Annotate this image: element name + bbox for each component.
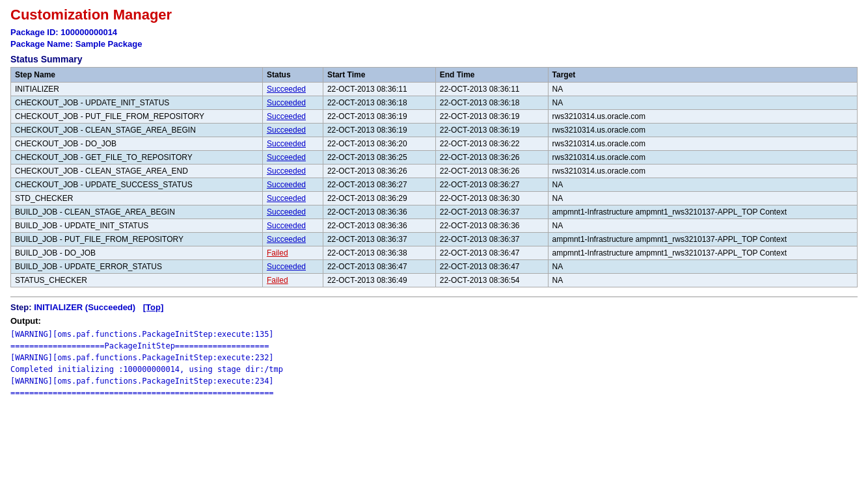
- package-name-label: Package Name:: [10, 39, 73, 49]
- cell-status[interactable]: Succeeded: [262, 83, 323, 96]
- table-row: CHECKOUT_JOB - CLEAN_STAGE_AREA_ENDSucce…: [11, 165, 858, 178]
- table-row: CHECKOUT_JOB - CLEAN_STAGE_AREA_BEGINSuc…: [11, 124, 858, 137]
- cell-status[interactable]: Failed: [262, 246, 323, 260]
- cell-end-time: 22-OCT-2013 08:36:30: [435, 192, 548, 205]
- cell-step-name: INITIALIZER: [11, 83, 263, 96]
- cell-status[interactable]: Succeeded: [262, 219, 323, 233]
- cell-step-name: CHECKOUT_JOB - UPDATE_INIT_STATUS: [11, 96, 263, 110]
- step-label: Step:: [10, 302, 32, 312]
- cell-step-name: CHECKOUT_JOB - CLEAN_STAGE_AREA_END: [11, 165, 263, 178]
- cell-end-time: 22-OCT-2013 08:36:36: [435, 219, 548, 233]
- cell-status[interactable]: Failed: [262, 274, 323, 287]
- cell-step-name: CHECKOUT_JOB - DO_JOB: [11, 137, 263, 151]
- package-id-line: Package ID: 100000000014: [10, 27, 858, 37]
- output-line: [WARNING][oms.paf.functions.PackageInitS…: [10, 352, 858, 363]
- table-row: CHECKOUT_JOB - UPDATE_SUCCESS_STATUSSucc…: [11, 178, 858, 192]
- cell-end-time: 22-OCT-2013 08:36:11: [435, 83, 548, 96]
- col-status: Status: [262, 68, 323, 83]
- table-row: BUILD_JOB - PUT_FILE_FROM_REPOSITORYSucc…: [11, 233, 858, 246]
- divider: [10, 297, 858, 297]
- cell-start-time: 22-OCT-2013 08:36:49: [323, 274, 435, 287]
- col-target: Target: [548, 68, 857, 83]
- cell-step-name: STATUS_CHECKER: [11, 274, 263, 287]
- cell-start-time: 22-OCT-2013 08:36:19: [323, 124, 435, 137]
- table-row: CHECKOUT_JOB - PUT_FILE_FROM_REPOSITORYS…: [11, 110, 858, 124]
- cell-step-name: BUILD_JOB - PUT_FILE_FROM_REPOSITORY: [11, 233, 263, 246]
- table-row: CHECKOUT_JOB - GET_FILE_TO_REPOSITORYSuc…: [11, 151, 858, 165]
- cell-status[interactable]: Succeeded: [262, 178, 323, 192]
- table-row: BUILD_JOB - UPDATE_ERROR_STATUSSucceeded…: [11, 260, 858, 274]
- output-line: Completed initializing :100000000014, us…: [10, 363, 858, 375]
- cell-target: ampmnt1-Infrastructure ampmnt1_rws321013…: [548, 246, 857, 260]
- cell-status[interactable]: Succeeded: [262, 165, 323, 178]
- cell-end-time: 22-OCT-2013 08:36:47: [435, 260, 548, 274]
- cell-status[interactable]: Succeeded: [262, 151, 323, 165]
- cell-start-time: 22-OCT-2013 08:36:27: [323, 178, 435, 192]
- table-row: INITIALIZERSucceeded22-OCT-2013 08:36:11…: [11, 83, 858, 96]
- table-row: STD_CHECKERSucceeded22-OCT-2013 08:36:29…: [11, 192, 858, 205]
- cell-target: rws3210314.us.oracle.com: [548, 165, 857, 178]
- cell-end-time: 22-OCT-2013 08:36:22: [435, 137, 548, 151]
- cell-target: NA: [548, 178, 857, 192]
- cell-target: rws3210314.us.oracle.com: [548, 124, 857, 137]
- top-link[interactable]: [Top]: [143, 302, 164, 312]
- cell-target: ampmnt1-Infrastructure ampmnt1_rws321013…: [548, 233, 857, 246]
- step-detail-header: Step: INITIALIZER (Succeeded) [Top]: [10, 302, 858, 312]
- cell-end-time: 22-OCT-2013 08:36:37: [435, 233, 548, 246]
- section-title: Status Summary: [10, 54, 858, 64]
- cell-target: rws3210314.us.oracle.com: [548, 137, 857, 151]
- cell-start-time: 22-OCT-2013 08:36:37: [323, 233, 435, 246]
- cell-status[interactable]: Succeeded: [262, 110, 323, 124]
- cell-step-name: BUILD_JOB - DO_JOB: [11, 246, 263, 260]
- cell-start-time: 22-OCT-2013 08:36:26: [323, 165, 435, 178]
- output-line: [WARNING][oms.paf.functions.PackageInitS…: [10, 375, 858, 387]
- col-end-time: End Time: [435, 68, 548, 83]
- cell-target: NA: [548, 260, 857, 274]
- col-step-name: Step Name: [11, 68, 263, 83]
- cell-status[interactable]: Succeeded: [262, 124, 323, 137]
- cell-status[interactable]: Succeeded: [262, 205, 323, 219]
- cell-step-name: BUILD_JOB - CLEAN_STAGE_AREA_BEGIN: [11, 205, 263, 219]
- cell-start-time: 22-OCT-2013 08:36:18: [323, 96, 435, 110]
- cell-start-time: 22-OCT-2013 08:36:36: [323, 205, 435, 219]
- cell-step-name: STD_CHECKER: [11, 192, 263, 205]
- cell-target: NA: [548, 192, 857, 205]
- col-start-time: Start Time: [323, 68, 435, 83]
- cell-start-time: 22-OCT-2013 08:36:19: [323, 110, 435, 124]
- cell-end-time: 22-OCT-2013 08:36:26: [435, 165, 548, 178]
- package-id-value: 100000000014: [61, 27, 117, 37]
- cell-step-name: CHECKOUT_JOB - CLEAN_STAGE_AREA_BEGIN: [11, 124, 263, 137]
- cell-target: NA: [548, 274, 857, 287]
- table-row: STATUS_CHECKERFailed22-OCT-2013 08:36:49…: [11, 274, 858, 287]
- package-id-label: Package ID:: [10, 27, 59, 37]
- step-name: INITIALIZER (Succeeded): [34, 302, 138, 312]
- status-table: Step Name Status Start Time End Time Tar…: [10, 67, 858, 287]
- cell-target: NA: [548, 219, 857, 233]
- cell-status[interactable]: Succeeded: [262, 96, 323, 110]
- cell-status[interactable]: Succeeded: [262, 260, 323, 274]
- output-line: ====================PackageInitStep=====…: [10, 340, 858, 352]
- cell-step-name: CHECKOUT_JOB - UPDATE_SUCCESS_STATUS: [11, 178, 263, 192]
- cell-start-time: 22-OCT-2013 08:36:29: [323, 192, 435, 205]
- cell-status[interactable]: Succeeded: [262, 137, 323, 151]
- table-row: CHECKOUT_JOB - UPDATE_INIT_STATUSSucceed…: [11, 96, 858, 110]
- cell-end-time: 22-OCT-2013 08:36:37: [435, 205, 548, 219]
- table-row: BUILD_JOB - DO_JOBFailed22-OCT-2013 08:3…: [11, 246, 858, 260]
- cell-start-time: 22-OCT-2013 08:36:25: [323, 151, 435, 165]
- cell-target: NA: [548, 96, 857, 110]
- cell-start-time: 22-OCT-2013 08:36:38: [323, 246, 435, 260]
- table-header-row: Step Name Status Start Time End Time Tar…: [11, 68, 858, 83]
- output-line: ========================================…: [10, 387, 858, 399]
- table-row: BUILD_JOB - CLEAN_STAGE_AREA_BEGINSuccee…: [11, 205, 858, 219]
- package-name-value: Sample Package: [75, 39, 142, 49]
- cell-status[interactable]: Succeeded: [262, 233, 323, 246]
- output-label: Output:: [10, 316, 858, 326]
- cell-end-time: 22-OCT-2013 08:36:27: [435, 178, 548, 192]
- table-row: BUILD_JOB - UPDATE_INIT_STATUSSucceeded2…: [11, 219, 858, 233]
- cell-status[interactable]: Succeeded: [262, 192, 323, 205]
- output-line: [WARNING][oms.paf.functions.PackageInitS…: [10, 328, 858, 340]
- cell-target: rws3210314.us.oracle.com: [548, 151, 857, 165]
- cell-start-time: 22-OCT-2013 08:36:11: [323, 83, 435, 96]
- cell-step-name: BUILD_JOB - UPDATE_INIT_STATUS: [11, 219, 263, 233]
- cell-target: rws3210314.us.oracle.com: [548, 110, 857, 124]
